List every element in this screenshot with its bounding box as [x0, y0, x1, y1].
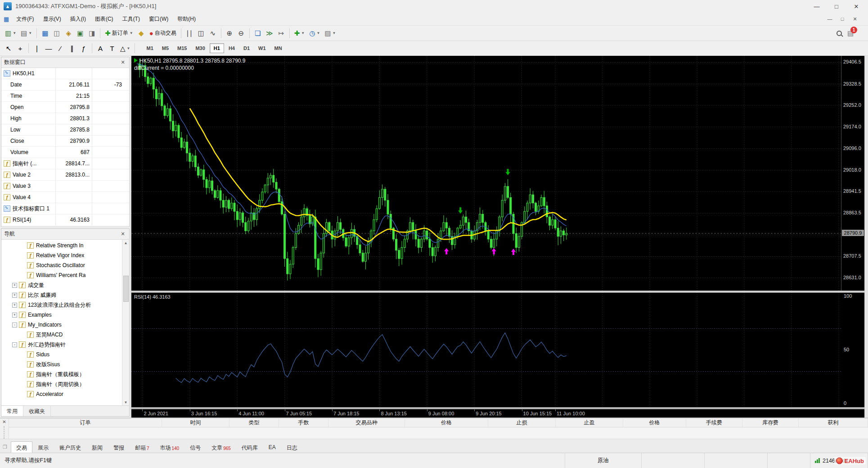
zoom-out-button[interactable]: ⊖ [235, 27, 247, 39]
terminal-tab-账户历史[interactable]: 账户历史 [54, 441, 86, 453]
navigator-tab-收藏夹[interactable]: 收藏夹 [23, 406, 51, 416]
nav-item[interactable]: ƒ指南针（重载模板） [1, 369, 129, 379]
shapes-button[interactable]: △▼ [118, 42, 132, 54]
candlestick-chart[interactable] [131, 56, 841, 291]
strategy-tester-button[interactable]: ◨ [86, 27, 98, 39]
timeframe-M5[interactable]: M5 [158, 43, 173, 53]
nav-item[interactable]: ƒRelative Strength In [1, 241, 129, 250]
terminal-column-库存费[interactable]: 库存费 [742, 418, 799, 427]
expand-icon[interactable]: + [12, 293, 17, 298]
cursor-button[interactable]: ↖ [3, 42, 14, 54]
terminal-column-类型[interactable]: 类型 [229, 418, 279, 427]
drag-grip[interactable] [4, 426, 5, 439]
data-window-caption[interactable]: 数据窗口 ✕ [1, 57, 129, 68]
menu-item-5[interactable]: 窗口(W) [144, 13, 173, 25]
terminal-tab-文章[interactable]: 文章965 [206, 441, 236, 453]
nav-item[interactable]: +ƒ成交量 [1, 280, 129, 290]
scroll-down-icon[interactable]: ▼ [122, 399, 129, 405]
nav-item[interactable]: ƒ至简MACD [1, 330, 129, 340]
terminal-column-时间[interactable]: 时间 [162, 418, 229, 427]
close-icon[interactable]: ✕ [119, 231, 126, 237]
menu-item-3[interactable]: 图表(C) [90, 13, 118, 25]
terminal-tab-交易[interactable]: 交易 [11, 441, 32, 453]
navigator-tab-常用[interactable]: 常用 [1, 406, 23, 416]
nav-item[interactable]: +ƒExamples [1, 310, 129, 320]
terminal-tab-警报[interactable]: 警报 [108, 441, 130, 453]
zoom-in-button[interactable]: ⊕ [224, 27, 235, 39]
channel-button[interactable]: ∥ [66, 42, 78, 54]
timeframe-MN[interactable]: MN [270, 43, 286, 53]
terminal-column-止盈[interactable]: 止盈 [556, 418, 623, 427]
candle-chart-button[interactable]: ◫ [195, 27, 207, 39]
nav-item[interactable]: ƒStochastic Oscillator [1, 260, 129, 270]
nav-item[interactable]: -ƒ外汇趋势指南针 [1, 340, 129, 350]
mdi-close-button[interactable]: ✕ [849, 14, 861, 23]
line-chart-button[interactable]: ∿ [207, 27, 219, 39]
search-icon[interactable] [837, 31, 842, 36]
time-axis[interactable]: 2 Jun 20213 Jun 16:154 Jun 11:007 Jun 05… [131, 409, 864, 418]
nav-item[interactable]: ƒRelative Vigor Index [1, 250, 129, 260]
terminal-order-list[interactable] [9, 427, 868, 439]
timeframe-W1[interactable]: W1 [254, 43, 270, 53]
trendline-button[interactable]: ∕ [54, 42, 66, 54]
price-chart-plot[interactable]: HK50,H1 28795.8 28801.3 28785.8 28790.9 … [131, 56, 841, 291]
terminal-tab-代码库[interactable]: 代码库 [236, 441, 263, 453]
vertical-line-button[interactable]: ∣ [31, 42, 43, 54]
terminal-tab-日志[interactable]: 日志 [281, 441, 303, 453]
terminal-tab-EA[interactable]: EA [263, 441, 281, 453]
tile-windows-button[interactable]: ❏ [252, 27, 264, 39]
maximize-button[interactable]: □ [827, 0, 846, 12]
timeframe-D1[interactable]: D1 [239, 43, 254, 53]
nav-item[interactable]: -ƒMy_Indicators [1, 320, 129, 330]
terminal-column-交易品种[interactable]: 交易品种 [328, 418, 405, 427]
navigator-scrollbar[interactable]: ▲ ▼ [122, 240, 129, 405]
profiles-button[interactable]: ▤▼ [18, 27, 34, 39]
price-axis[interactable]: 29406.529328.529252.029174.029096.029018… [841, 56, 864, 291]
auto-trading-button[interactable]: ●自动交易 [147, 27, 179, 39]
crosshair-button[interactable]: + [14, 42, 26, 54]
menu-item-2[interactable]: 插入(I) [66, 13, 90, 25]
close-button[interactable]: ✕ [846, 0, 866, 12]
timeframe-M30[interactable]: M30 [191, 43, 209, 53]
expand-icon[interactable]: + [12, 283, 17, 288]
timeframe-H4[interactable]: H4 [225, 43, 239, 53]
menu-item-4[interactable]: 工具(T) [118, 13, 144, 25]
terminal-column-止损[interactable]: 止损 [488, 418, 556, 427]
terminal-tab-展示[interactable]: 展示 [32, 441, 54, 453]
nav-item[interactable]: ƒSidus [1, 350, 129, 359]
collapse-icon[interactable]: - [12, 323, 17, 327]
terminal-tab-市场[interactable]: 市场140 [154, 441, 184, 453]
terminal-button[interactable]: ▣ [74, 27, 86, 39]
timeframe-H1[interactable]: H1 [210, 43, 224, 53]
horizontal-line-button[interactable]: — [43, 42, 54, 54]
periods-button[interactable]: ◷▼ [307, 27, 322, 39]
metaeditor-button[interactable]: ◆ [135, 27, 147, 39]
nav-item[interactable]: +ƒ比尔 威廉姆 [1, 290, 129, 300]
fibonacci-button[interactable]: ƒ [78, 42, 90, 54]
terminal-column-价格[interactable]: 价格 [623, 418, 686, 427]
templates-button[interactable]: ▨▼ [322, 27, 338, 39]
bar-chart-button[interactable]: ∣∣ [184, 27, 195, 39]
minimize-button[interactable]: — [807, 0, 827, 12]
chart-shift-button[interactable]: ↦ [275, 27, 287, 39]
new-chart-button[interactable]: ▥▼ [3, 27, 18, 39]
terminal-tab-邮箱[interactable]: 邮箱7 [130, 441, 155, 453]
market-watch-button[interactable]: ▦ [39, 27, 51, 39]
mdi-minimize-button[interactable]: — [824, 14, 836, 23]
nav-item[interactable]: ƒAccelerator [1, 389, 129, 399]
nav-item[interactable]: ƒ指南针（周期切换） [1, 379, 129, 389]
scroll-up-icon[interactable]: ▲ [122, 240, 129, 246]
terminal-tab-信号[interactable]: 信号 [184, 441, 206, 453]
indicators-button[interactable]: ✚▼ [292, 27, 307, 39]
menu-item-6[interactable]: 帮助(H) [173, 13, 200, 25]
text-label-button[interactable]: T [106, 42, 118, 54]
right-scrollbar-strip[interactable] [864, 56, 868, 418]
data-window-button[interactable]: ◫ [51, 27, 63, 39]
nav-item[interactable]: ƒ改版Sisus [1, 359, 129, 369]
menu-item-0[interactable]: 文件(F) [12, 13, 38, 25]
text-button[interactable]: A [94, 42, 106, 54]
auto-scroll-button[interactable]: ≫ [264, 27, 275, 39]
navigator-caption[interactable]: 导航 ✕ [1, 229, 129, 240]
nav-item[interactable]: ƒWilliams' Percent Ra [1, 270, 129, 280]
terminal-column-手续费[interactable]: 手续费 [686, 418, 742, 427]
